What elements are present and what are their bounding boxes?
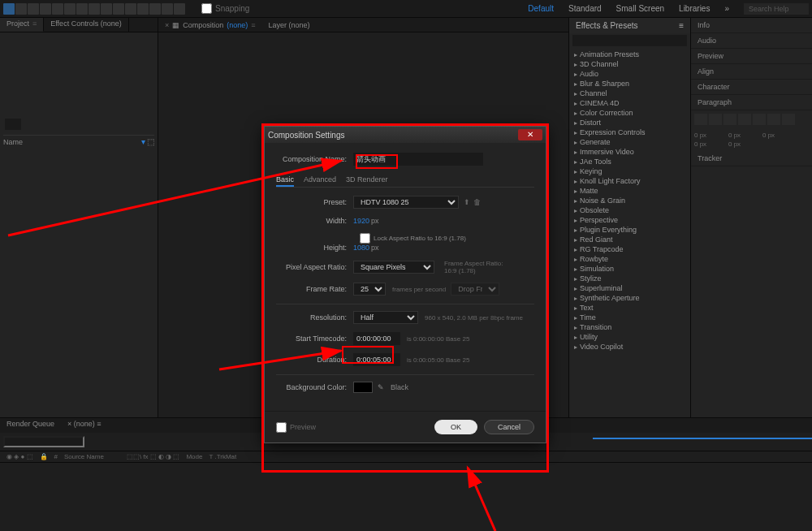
project-search[interactable]	[5, 119, 21, 130]
effect-category[interactable]: Distort	[571, 118, 689, 127]
effect-category[interactable]: Color Correction	[571, 108, 689, 118]
name-column-header[interactable]: Name	[3, 138, 23, 146]
align-left-icon[interactable]	[694, 114, 707, 125]
effects-search[interactable]	[572, 35, 687, 46]
selection-tool-icon[interactable]	[3, 3, 15, 15]
text-tool-icon[interactable]	[113, 3, 124, 15]
effect-category[interactable]: Plugin Everything	[571, 225, 689, 235]
col-trkmat[interactable]: T .TrkMat	[205, 453, 240, 460]
effect-category[interactable]: Video Copilot	[571, 342, 689, 352]
zoom-tool-icon[interactable]	[28, 3, 39, 15]
effect-category[interactable]: Text	[571, 303, 689, 313]
effect-category[interactable]: Simulation	[571, 264, 689, 274]
bg-color-swatch[interactable]	[353, 382, 373, 393]
timeline-search[interactable]	[3, 436, 84, 447]
workspace-default[interactable]: Default	[521, 2, 560, 15]
roto-tool-icon[interactable]	[162, 3, 173, 15]
justify-center-icon[interactable]	[753, 114, 766, 125]
fps-select[interactable]: 25	[353, 283, 386, 296]
info-section[interactable]: Info	[691, 18, 812, 33]
col-mode[interactable]: Mode	[183, 453, 205, 460]
effect-category[interactable]: Channel	[571, 88, 689, 98]
anchor-tool-icon[interactable]	[76, 3, 88, 15]
search-help[interactable]: Search Help	[744, 3, 809, 15]
paragraph-section[interactable]: Paragraph	[691, 95, 812, 110]
effect-category[interactable]: Perspective	[571, 215, 689, 225]
effect-category[interactable]: Blur & Sharpen	[571, 79, 689, 88]
effect-category[interactable]: Keying	[571, 166, 689, 176]
lock-aspect-checkbox[interactable]	[360, 233, 370, 244]
workspace-small[interactable]: Small Screen	[610, 2, 671, 15]
snapping-checkbox[interactable]	[201, 3, 212, 14]
sort-icon[interactable]: ▾	[141, 137, 145, 146]
justify-left-icon[interactable]	[738, 114, 751, 125]
workspace-overflow-icon[interactable]: »	[718, 2, 736, 15]
effect-category[interactable]: Obsolete	[571, 205, 689, 215]
character-section[interactable]: Character	[691, 80, 812, 95]
width-value[interactable]: 1920	[353, 217, 369, 225]
align-section[interactable]: Align	[691, 64, 812, 80]
preview-checkbox[interactable]	[276, 422, 287, 433]
composition-tab[interactable]: × ▦ Composition (none) ≡	[158, 18, 262, 32]
cancel-button[interactable]: Cancel	[484, 420, 534, 434]
effect-category[interactable]: Utility	[571, 332, 689, 342]
comp-name-input[interactable]	[353, 153, 483, 166]
delete-preset-icon[interactable]: 🗑	[473, 198, 481, 206]
tag-icon[interactable]: ⬚	[147, 137, 154, 146]
render-queue-tab[interactable]: Render Queue	[0, 418, 61, 433]
tracker-section[interactable]: Tracker	[691, 151, 812, 166]
effect-category[interactable]: Animation Presets	[571, 50, 689, 59]
justify-all-icon[interactable]	[782, 114, 795, 125]
effect-category[interactable]: Transition	[571, 322, 689, 332]
camera-tool-icon[interactable]	[64, 3, 76, 15]
effect-category[interactable]: Immersive Video	[571, 147, 689, 157]
effect-category[interactable]: 3D Channel	[571, 59, 689, 69]
effect-category[interactable]: Red Giant	[571, 235, 689, 244]
timeline-ruler[interactable]	[593, 438, 812, 439]
eyedropper-icon[interactable]: ✎	[378, 383, 384, 391]
project-tab[interactable]: Project≡	[0, 18, 44, 32]
effect-category[interactable]: Generate	[571, 137, 689, 147]
rect-tool-icon[interactable]	[89, 3, 100, 15]
resolution-select[interactable]: Half	[353, 311, 418, 324]
effect-category[interactable]: Superluminal	[571, 283, 689, 293]
workspace-libraries[interactable]: Libraries	[672, 2, 716, 15]
indent-left[interactable]: 0 px	[694, 132, 727, 139]
eraser-tool-icon[interactable]	[149, 3, 161, 15]
indent-right[interactable]: 0 px	[762, 132, 795, 139]
start-tc-input[interactable]	[353, 332, 400, 345]
effect-category[interactable]: Audio	[571, 69, 689, 79]
timeline-none-tab[interactable]: × (none) ≡	[61, 418, 108, 433]
indent-first[interactable]: 0 px	[728, 132, 761, 139]
effect-category[interactable]: Stylize	[571, 274, 689, 283]
effect-category[interactable]: Expression Controls	[571, 127, 689, 137]
rotate-tool-icon[interactable]	[52, 3, 63, 15]
height-value[interactable]: 1080	[353, 244, 369, 252]
space-after[interactable]: 0 px	[728, 140, 761, 148]
effect-category[interactable]: Synthetic Aperture	[571, 293, 689, 303]
align-center-icon[interactable]	[709, 114, 722, 125]
ok-button[interactable]: OK	[434, 420, 477, 434]
preview-section[interactable]: Preview	[691, 49, 812, 64]
layer-tab[interactable]: Layer (none)	[262, 18, 317, 32]
hand-tool-icon[interactable]	[15, 3, 27, 15]
effect-category[interactable]: Noise & Grain	[571, 196, 689, 205]
close-icon[interactable]: ✕	[518, 129, 542, 140]
justify-right-icon[interactable]	[767, 114, 780, 125]
col-source[interactable]: Source Name	[61, 453, 107, 460]
puppet-tool-icon[interactable]	[174, 3, 185, 15]
clone-tool-icon[interactable]	[137, 3, 149, 15]
effect-category[interactable]: JAe Tools	[571, 157, 689, 166]
effect-category[interactable]: Matte	[571, 186, 689, 196]
effect-category[interactable]: Time	[571, 313, 689, 322]
par-select[interactable]: Square Pixels	[353, 261, 434, 274]
orbit-tool-icon[interactable]	[40, 3, 51, 15]
effect-category[interactable]: RG Trapcode	[571, 244, 689, 254]
effect-category[interactable]: CINEMA 4D	[571, 98, 689, 108]
tab-advanced[interactable]: Advanced	[304, 174, 336, 187]
workspace-standard[interactable]: Standard	[562, 2, 608, 15]
audio-section[interactable]: Audio	[691, 33, 812, 49]
tab-3d-renderer[interactable]: 3D Renderer	[346, 174, 388, 187]
space-before[interactable]: 0 px	[694, 140, 727, 148]
preset-select[interactable]: HDTV 1080 25	[353, 196, 459, 209]
